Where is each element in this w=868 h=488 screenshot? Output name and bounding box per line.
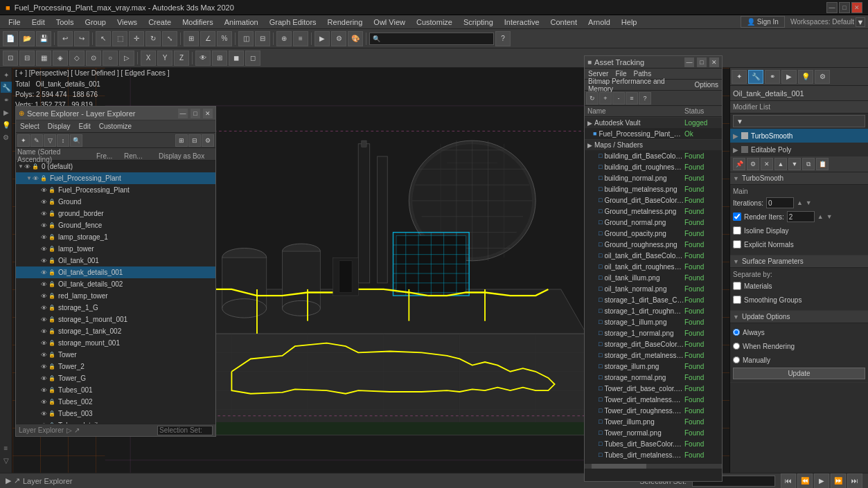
sign-in-button[interactable]: 👤 Sign In [741, 16, 785, 28]
lock-icon[interactable]: 🔒 [32, 163, 39, 170]
lock-icon[interactable]: 🔒 [48, 375, 55, 381]
at-list-item[interactable]: □Tower_normal.pngFound [585, 427, 722, 438]
at-tb-remove[interactable]: - [612, 92, 625, 105]
help-button[interactable]: ? [495, 31, 511, 46]
se-menu-customize[interactable]: Customize [95, 122, 136, 131]
material-editor-button[interactable]: 🎨 [348, 31, 363, 46]
at-list-item[interactable]: □building_normal.pngFound [585, 172, 722, 183]
move-button[interactable]: ✛ [129, 31, 144, 46]
menu-file[interactable]: File [3, 17, 26, 28]
menu-scripting[interactable]: Scripting [458, 17, 499, 28]
at-list-item[interactable]: □oil_tank_illum.pngFound [585, 272, 722, 283]
always-radio[interactable] [733, 329, 740, 336]
tree-item[interactable]: 👁🔒Tower_G [16, 372, 215, 384]
eye-icon[interactable]: 👁 [41, 422, 47, 424]
menu-views[interactable]: Views [112, 17, 143, 28]
anim-play-btn[interactable]: ▶ [814, 473, 829, 489]
update-options-header[interactable]: ▼ Update Options [730, 311, 868, 323]
at-close[interactable]: ✕ [709, 57, 719, 67]
tree-toggle[interactable]: ▼ [26, 175, 33, 182]
lock-icon[interactable]: 🔒 [48, 352, 55, 358]
at-list-item[interactable]: □storage_1_illum.pngFound [585, 316, 722, 327]
se-tb-expand[interactable]: ⊞ [175, 134, 188, 147]
eye-icon[interactable]: 👁 [33, 175, 39, 182]
selection-set-input[interactable] [157, 426, 213, 435]
workspace-dropdown[interactable]: ▼ [856, 17, 865, 27]
eye-icon[interactable]: 👁 [41, 293, 47, 300]
eye-icon[interactable]: 👁 [41, 234, 47, 241]
eye-icon[interactable]: 👁 [41, 199, 47, 206]
menu-help[interactable]: Help [616, 17, 643, 28]
tree-item[interactable]: 👁🔒Oil_tank_details_001 [16, 266, 215, 278]
at-scrollbar[interactable] [585, 463, 722, 469]
anim-prev-btn[interactable]: ⏪ [797, 473, 813, 489]
rp-create-btn[interactable]: ✦ [732, 70, 747, 84]
redo-button[interactable]: ↪ [74, 31, 89, 46]
eye-icon[interactable]: 👁 [41, 257, 47, 264]
se-tb-filter[interactable]: ▽ [44, 134, 56, 147]
eye-icon[interactable]: 👁 [41, 187, 47, 194]
display-icon[interactable]: 💡 [1, 119, 12, 130]
anim-start-btn[interactable]: ⏮ [781, 473, 796, 489]
se-menu-edit[interactable]: Edit [75, 122, 95, 131]
rp-hierarchy-btn[interactable]: ⚭ [765, 70, 780, 84]
modifier-editable-poly[interactable]: ▶ Editable Poly [730, 143, 868, 156]
tree-item[interactable]: 👁🔒Fuel_Processing_Plant [16, 184, 215, 196]
eye-icon[interactable]: 👁 [41, 387, 47, 394]
lock-icon[interactable]: 🔒 [48, 328, 55, 334]
at-list-item[interactable]: □Ground_metalness.pngFound [585, 206, 722, 217]
explicit-normals-checkbox[interactable] [733, 240, 741, 248]
ms-paste-btn[interactable]: 📋 [816, 158, 829, 170]
toolbar2-btn3[interactable]: ▦ [36, 51, 51, 66]
lock-icon[interactable]: 🔒 [48, 222, 55, 228]
at-list-item[interactable]: □Ground_opacity.pngFound [585, 228, 722, 239]
hierarchy-icon[interactable]: ⚭ [1, 94, 12, 105]
lock-icon[interactable]: 🔒 [48, 281, 55, 287]
eye-icon[interactable]: 👁 [41, 269, 47, 276]
se-tb-edit[interactable]: ✎ [30, 134, 43, 147]
at-tb-help[interactable]: ? [639, 92, 651, 105]
lock-icon[interactable]: 🔒 [48, 410, 55, 417]
rp-utilities-btn[interactable]: ⚙ [815, 70, 830, 84]
menu-rendering[interactable]: Rendering [322, 17, 369, 28]
lock-icon[interactable]: 🔒 [48, 210, 55, 217]
toolbar2-btn1[interactable]: ⊡ [3, 51, 18, 66]
align-button[interactable]: ⊟ [255, 31, 270, 46]
at-list-item[interactable]: □Ground_normal.pngFound [585, 217, 722, 228]
eye-icon[interactable]: 👁 [41, 305, 47, 311]
tree-item[interactable]: 👁🔒Tubes_002 [16, 396, 215, 408]
rp-motion-btn[interactable]: ▶ [781, 70, 797, 84]
toolbar2-move-y[interactable]: Y [157, 51, 172, 66]
lock-icon[interactable]: 🔒 [48, 234, 55, 240]
eye-icon[interactable]: 👁 [41, 410, 47, 417]
menu-arnold[interactable]: Arnold [583, 17, 616, 28]
menu-modifiers[interactable]: Modifiers [177, 17, 219, 28]
toolbar2-btn2[interactable]: ⊟ [19, 51, 35, 66]
layer-icon[interactable]: ≡ [1, 442, 12, 453]
menu-content[interactable]: Content [545, 17, 583, 28]
se-tb-create[interactable]: ✦ [17, 134, 30, 147]
scale-button[interactable]: ⤡ [162, 31, 177, 46]
filter-icon[interactable]: ▽ [1, 455, 12, 466]
eye-icon[interactable]: 👁 [41, 328, 47, 335]
se-menu-select[interactable]: Select [16, 122, 44, 131]
ms-copy-btn[interactable]: ⧉ [802, 158, 815, 170]
at-tb-refresh[interactable]: ↻ [586, 92, 599, 105]
at-list-item[interactable]: □oil_tank_dirt_roughness.pngFound [585, 261, 722, 272]
at-list-item[interactable]: □Tower_illum.pngFound [585, 416, 722, 427]
at-list-item[interactable]: □storage_1_normal.pngFound [585, 327, 722, 338]
create-icon[interactable]: ✦ [1, 69, 12, 80]
modifier-dropdown[interactable]: ▼ [733, 115, 865, 127]
iterations-up[interactable]: ▲ [797, 199, 803, 206]
toolbar2-move-z[interactable]: Z [174, 51, 189, 66]
at-minimize[interactable]: — [684, 57, 694, 67]
smoothing-groups-checkbox[interactable] [733, 296, 741, 304]
lock-icon[interactable]: 🔒 [48, 246, 55, 252]
new-button[interactable]: 📄 [3, 31, 18, 46]
tree-item[interactable]: 👁🔒storage_mount_001 [16, 337, 215, 349]
tree-item[interactable]: ▼👁🔒Fuel_Processing_Plant [16, 172, 215, 184]
at-list-item[interactable]: □Tubes_dirt_metalness.pngFound [585, 449, 722, 460]
lock-icon[interactable]: 🔒 [48, 187, 55, 193]
at-list-item[interactable]: □oil_tank_dirt_BaseColor.pngFound [585, 250, 722, 261]
lock-icon[interactable]: 🔒 [48, 387, 55, 393]
